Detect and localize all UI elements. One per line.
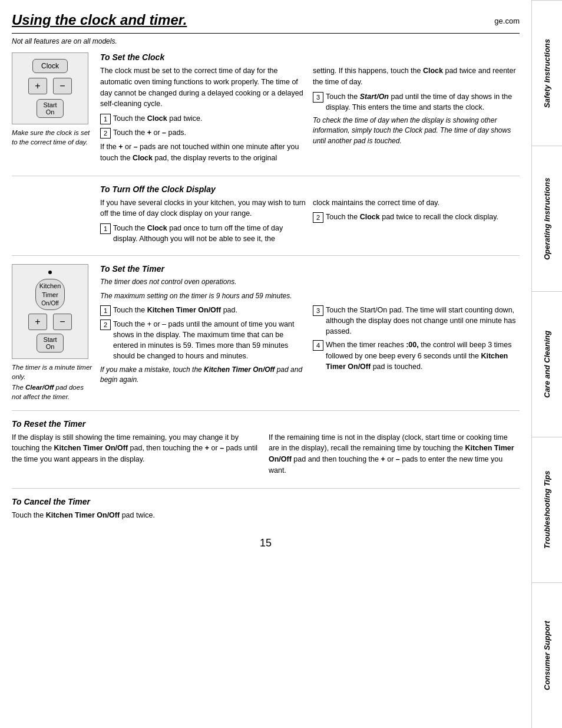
timer-minus-diagram: − xyxy=(53,314,72,330)
timer-caption1: The timer is a minute timer only. xyxy=(12,363,94,381)
set-clock-right: setting. If this happens, touch the Cloc… xyxy=(313,65,520,167)
subtitle: Not all features are on all models. xyxy=(12,37,520,45)
page-number: 15 xyxy=(12,537,520,549)
timer-plus-diagram: + xyxy=(28,314,47,330)
set-timer-left: 1 Touch the Kitchen Timer On/Off pad. 2 … xyxy=(100,305,307,388)
sidebar-consumer: Consumer Support xyxy=(532,582,562,728)
sidebar-safety: Safety Instructions xyxy=(532,0,562,146)
reset-timer-right-text: If the remaining time is not in the disp… xyxy=(269,432,520,476)
clock-step2: 2 Touch the + or – pads. xyxy=(100,127,307,139)
website-label: ge.com xyxy=(494,17,520,25)
set-clock-body: The clock must be set to the correct tim… xyxy=(100,65,520,167)
clock-right-text: setting. If this happens, touch the Cloc… xyxy=(313,65,520,88)
arrows-row: + − xyxy=(28,78,72,94)
turn-off-step2-text: Touch the Clock pad twice to recall the … xyxy=(326,212,520,222)
timer-step2: 2 Touch the + or – pads until the amount… xyxy=(100,319,307,362)
sidebar-care: Care and Cleaning xyxy=(532,291,562,437)
timer-start-on-diagram: StartOn xyxy=(37,334,63,353)
set-clock-intro: The clock must be set to the correct tim… xyxy=(100,65,307,110)
reset-timer-body: If the display is still showing the time… xyxy=(12,432,520,480)
timer-step1: 1 Touch the Kitchen Timer On/Off pad. xyxy=(100,305,307,316)
set-clock-left: The clock must be set to the correct tim… xyxy=(100,65,307,167)
set-timer-right: 3 Touch the Start/On pad. The time will … xyxy=(313,305,520,388)
set-clock-title: To Set the Clock xyxy=(100,52,520,62)
turn-off-clock-left: If you have several clocks in your kitch… xyxy=(100,197,307,248)
sidebar: Safety Instructions Operating Instructio… xyxy=(531,0,562,728)
timer-step4: 4 When the timer reaches :00, the contro… xyxy=(313,340,520,371)
cancel-timer-title: To Cancel the Timer xyxy=(12,497,520,506)
set-clock-section: Clock + − StartOn Make sure the clock is… xyxy=(12,52,520,176)
reset-timer-left-text: If the display is still showing the time… xyxy=(12,432,263,465)
clock-diagram: Clock + − StartOn xyxy=(12,52,88,124)
sidebar-operating: Operating Instructions xyxy=(532,146,562,291)
clock-step2-text: Touch the + or – pads. xyxy=(113,127,307,138)
clock-step1: 1 Touch the Clock pad twice. xyxy=(100,113,307,124)
turn-off-step-num-1: 1 xyxy=(100,223,111,234)
page-title: Using the clock and timer. xyxy=(12,12,187,28)
timer-step-num-4: 4 xyxy=(313,340,323,351)
step-num-3: 3 xyxy=(313,92,323,103)
timer-dot xyxy=(48,271,52,274)
reset-timer-left: If the display is still showing the time… xyxy=(12,432,263,480)
turn-off-clock-right: clock maintains the correct time of day.… xyxy=(313,197,520,248)
turn-off-clock-title: To Turn Off the Clock Display xyxy=(100,185,520,194)
timer-italic-intro2: The maximum setting on the timer is 9 ho… xyxy=(100,291,520,301)
clock-step3: 3 Touch the Start/On pad until the time … xyxy=(313,91,520,113)
turn-off-step-num-2: 2 xyxy=(313,212,323,223)
step-num-1: 1 xyxy=(100,114,111,124)
minus-arrow-diagram: − xyxy=(53,78,72,94)
set-timer-text: To Set the Timer The timer does not cont… xyxy=(100,264,520,401)
timer-step3: 3 Touch the Start/On pad. The time will … xyxy=(313,305,520,337)
timer-step-num-2: 2 xyxy=(100,319,111,330)
timer-image-col: KitchenTimerOn/Off + − StartOn The timer… xyxy=(12,264,94,401)
clock-step3-text: Touch the Start/On pad until the time of… xyxy=(326,91,520,113)
start-on-diagram: StartOn xyxy=(37,99,63,118)
step-num-2: 2 xyxy=(100,128,111,139)
timer-step3-text: Touch the Start/On pad. The time will st… xyxy=(326,305,520,337)
clock-image-col: Clock + − StartOn Make sure the clock is… xyxy=(12,52,94,167)
timer-step-num-1: 1 xyxy=(100,305,111,316)
timer-step4-text: When the timer reaches :00, the control … xyxy=(326,340,520,371)
set-timer-section: KitchenTimerOn/Off + − StartOn The timer… xyxy=(12,264,520,410)
timer-mistake-note: If you make a mistake, touch the Kitchen… xyxy=(100,365,307,386)
clock-middle-text: If the + or – pads are not touched withi… xyxy=(100,141,307,164)
set-timer-title: To Set the Timer xyxy=(100,264,520,274)
turn-off-intro: If you have several clocks in your kitch… xyxy=(100,197,307,220)
turn-off-clock-body: If you have several clocks in your kitch… xyxy=(100,197,520,248)
timer-diagram: KitchenTimerOn/Off + − StartOn xyxy=(12,264,88,359)
timer-step1-text: Touch the Kitchen Timer On/Off pad. xyxy=(113,305,307,315)
kitchen-timer-diagram: KitchenTimerOn/Off xyxy=(35,279,65,310)
reset-timer-section: To Reset the Timer If the display is sti… xyxy=(12,419,520,489)
timer-arrows-row: + − xyxy=(28,314,72,330)
turn-off-step1-text: Touch the Clock pad once to turn off the… xyxy=(113,223,307,244)
cancel-timer-section: To Cancel the Timer Touch the Kitchen Ti… xyxy=(12,497,520,533)
set-timer-body: 1 Touch the Kitchen Timer On/Off pad. 2 … xyxy=(100,305,520,388)
timer-step-num-3: 3 xyxy=(313,305,323,316)
plus-arrow-diagram: + xyxy=(28,78,47,94)
title-row: Using the clock and timer. ge.com xyxy=(12,12,520,34)
timer-step2-text: Touch the + or – pads until the amount o… xyxy=(113,319,307,362)
turn-off-clock-section: To Turn Off the Clock Display If you hav… xyxy=(12,185,520,256)
clock-button-diagram: Clock xyxy=(32,59,68,73)
turn-off-right-cont: clock maintains the correct time of day. xyxy=(313,197,520,209)
sidebar-troubleshooting: Troubleshooting Tips xyxy=(532,437,562,582)
clock-italic-note: To check the time of day when the displa… xyxy=(313,116,520,146)
cancel-timer-text: Touch the Kitchen Timer On/Off pad twice… xyxy=(12,510,520,521)
clock-image-caption: Make sure the clock is set to the correc… xyxy=(12,128,94,147)
reset-timer-title: To Reset the Timer xyxy=(12,419,520,429)
timer-italic-intro1: The timer does not control oven operatio… xyxy=(100,277,520,287)
timer-caption2: The Clear/Off pad does not affect the ti… xyxy=(12,383,94,401)
turn-off-step2: 2 Touch the Clock pad twice to recall th… xyxy=(313,212,520,223)
set-clock-text: To Set the Clock The clock must be set t… xyxy=(100,52,520,167)
reset-timer-right: If the remaining time is not in the disp… xyxy=(269,432,520,480)
turn-off-step1: 1 Touch the Clock pad once to turn off t… xyxy=(100,223,307,244)
clock-step1-text: Touch the Clock pad twice. xyxy=(113,113,307,124)
